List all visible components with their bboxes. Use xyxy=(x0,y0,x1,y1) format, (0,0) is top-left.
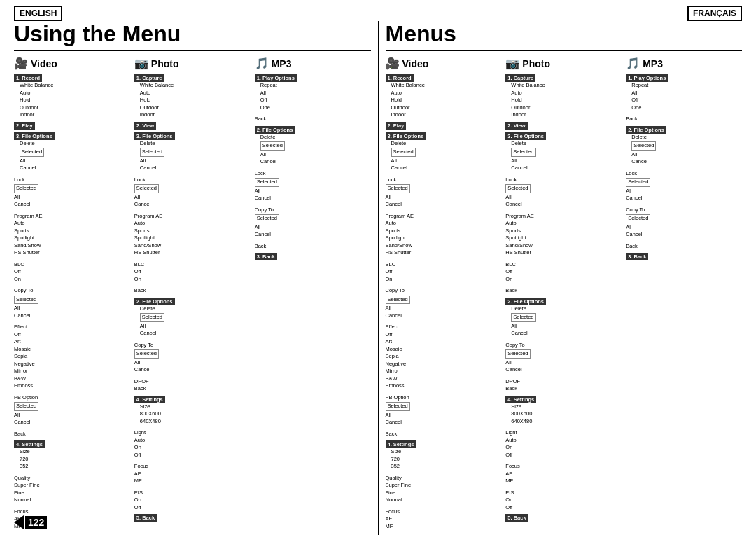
top-bar: ENGLISH FRANÇAIS xyxy=(14,8,742,18)
right-photo-lock-section: Lock Selected All Cancel xyxy=(505,176,622,209)
playoptions-content: Repeat All Off One xyxy=(255,82,371,111)
pboption-section: PB Option Selected All Cancel xyxy=(14,394,130,426)
right-photo-dpof: DPOFBack xyxy=(505,378,622,393)
right-programae-section: Program AE Auto Sports Spotlight Sand/Sn… xyxy=(386,213,502,257)
right-mp3-back2-section: Back xyxy=(626,243,742,251)
right-video-label: Video xyxy=(402,58,429,69)
photo-fileoptions2-btn: 2. File Options xyxy=(134,298,175,305)
capture-btn: 1. Capture xyxy=(134,74,164,82)
copyto-section: Copy To Selected All Cancel xyxy=(14,287,130,319)
playoptions-btn: 1. Play Options xyxy=(255,74,297,82)
photo-copyto-section: Copy To Selected All Cancel xyxy=(134,342,251,374)
photo-back2-btn: 5. Back xyxy=(134,514,157,522)
mp3-copyto-section: Copy To Selected All Cancel xyxy=(255,207,371,239)
right-photo-lock: Lock Selected All Cancel xyxy=(505,176,622,209)
left-video-col: 🎥 Video 1. Record White Balance Auto Hol… xyxy=(14,57,130,535)
right-photo-back-section: Back xyxy=(505,287,622,295)
mp3-label: MP3 xyxy=(272,58,292,69)
photo-settings-btn: 4. Settings xyxy=(134,396,165,403)
right-photo-settings-content: Size 800X600 640X480 xyxy=(505,403,622,426)
right-fileoptions-content: Delete Selected All Cancel xyxy=(386,140,502,172)
right-mp3-lock: Lock Selected All Cancel xyxy=(626,170,742,202)
left-photo-capture: 1. Capture White Balance Auto Hold Outdo… xyxy=(134,74,251,119)
right-mp3-fileoptions-btn: 2. File Options xyxy=(626,126,666,134)
right-photo-fileoptions: 3. File Options Delete Selected All Canc… xyxy=(505,132,622,172)
left-title: Using the Menu xyxy=(14,21,371,51)
right-video-col: 🎥 Video 1. Record White Balance Auto Hol… xyxy=(386,57,502,535)
right-mp3-lock-section: Lock Selected All Cancel xyxy=(626,170,742,202)
fileoptions-btn: 3. File Options xyxy=(14,132,55,140)
right-mp3-playoptions: 1. Play Options Repeat All Off One xyxy=(626,74,742,111)
right-blc-section: BLC Off On xyxy=(386,261,502,284)
left-half: Using the Menu 🎥 Video 1. Record White B… xyxy=(14,21,378,535)
right-video-pboption: PB Option Selected All Cancel xyxy=(386,394,502,426)
right-capture-options: White Balance Auto Hold Outdoor Indoor xyxy=(505,82,622,119)
left-photo-header: 📷 Photo xyxy=(134,57,251,70)
right-photo-header: 📷 Photo xyxy=(505,57,622,70)
right-photo-light: Light Auto On Off xyxy=(505,429,622,459)
right-photo-fileoptions2: 2. File Options Delete Selected All Canc… xyxy=(505,298,622,338)
programae-section: Program AE Auto Sports Spotlight Sand/Sn… xyxy=(14,213,130,257)
right-playoptions-content: Repeat All Off One xyxy=(626,82,742,111)
fileoptions-content: Delete Selected All Cancel xyxy=(14,140,130,172)
left-photo-col: 📷 Photo 1. Capture White Balance Auto Ho… xyxy=(134,57,251,535)
left-video-back: Back xyxy=(14,431,130,438)
right-photo-view: 2. View xyxy=(505,122,622,130)
right-photo-fileoptions2-btn: 2. File Options xyxy=(505,298,546,305)
photo-light-section: Light Auto On Off xyxy=(134,429,251,459)
left-video-fileoptions: 3. File Options Delete Selected All Canc… xyxy=(14,132,130,172)
right-view-btn: 2. View xyxy=(505,122,527,130)
right-photo-back: Back xyxy=(505,287,622,295)
left-video-blc: BLC Off On xyxy=(14,261,130,284)
right-section-header: FRANÇAIS xyxy=(687,8,742,18)
left-section-header: ENGLISH xyxy=(14,8,62,18)
left-mp3-copyto: Copy To Selected All Cancel xyxy=(255,207,371,239)
left-photo-dpof: DPOFBack xyxy=(134,378,251,393)
right-play-btn: 2. Play xyxy=(386,122,407,130)
right-photo-settings: 4. Settings Size 800X600 640X480 xyxy=(505,396,622,426)
right-photo-delete-section: Delete Selected All Cancel xyxy=(505,305,622,338)
right-photo-focus-section: Focus AF MF xyxy=(505,463,622,485)
left-photo-fileoptions2: 2. File Options Delete Selected All Canc… xyxy=(134,298,251,338)
photo-settings-content: Size 800X600 640X480 xyxy=(134,403,251,426)
right-photo-light-section: Light Auto On Off xyxy=(505,429,622,459)
effect-section: Effect Off Art Mosaic Sepia Negative Mir… xyxy=(14,324,130,390)
right-photo-fileoptions-content: Delete Selected All Cancel xyxy=(505,140,622,172)
left-photo-eis: EIS On Off xyxy=(134,489,251,512)
left-mp3-lock: Lock Selected All Cancel xyxy=(255,170,371,202)
right-photo-capture: 1. Capture White Balance Auto Hold Outdo… xyxy=(505,74,622,119)
right-video-quality: Quality Super Fine Fine Normal xyxy=(386,475,502,504)
left-video-programae: Program AE Auto Sports Spotlight Sand/Sn… xyxy=(14,213,130,257)
record-options: White Balance Auto Hold Outdoor Indoor xyxy=(14,82,130,119)
right-columns: 🎥 Video 1. Record White Balance Auto Hol… xyxy=(386,57,743,535)
right-photo-eis: EIS On Off xyxy=(505,489,622,512)
right-photo-back2-btn: 5. Back xyxy=(505,514,528,522)
left-video-pboption: PB Option Selected All Cancel xyxy=(14,394,130,426)
right-photo-blc-section: BLC Off On xyxy=(505,261,622,284)
mp3-lock-section: Lock Selected All Cancel xyxy=(255,170,371,202)
francais-badge: FRANÇAIS xyxy=(687,6,742,21)
left-mp3-fileoptions: 2. File Options Delete Selected All Canc… xyxy=(255,126,371,166)
mp3-back2-section: Back xyxy=(255,243,371,251)
left-photo-back: Back xyxy=(134,287,251,295)
left-video-quality: Quality Super Fine Fine Normal xyxy=(14,475,130,504)
right-photo-back2: 5. Back xyxy=(505,514,622,522)
right-video-record: 1. Record White Balance Auto Hold Outdoo… xyxy=(386,74,502,119)
right-photo-copyto-section: Copy To Selected All Cancel xyxy=(505,342,622,374)
quality-section: Quality Super Fine Fine Normal xyxy=(14,475,130,504)
right-mp3-copyto-section: Copy To Selected All Cancel xyxy=(626,207,742,239)
photo-blc-section: BLC Off On xyxy=(134,261,251,284)
lock-section: Lock Selected All Cancel xyxy=(14,176,130,209)
right-mp3-back: Back xyxy=(626,116,742,123)
capture-options: White Balance Auto Hold Outdoor Indoor xyxy=(134,82,251,119)
left-photo-view: 2. View xyxy=(134,122,251,130)
right-title: Menus xyxy=(386,21,743,51)
right-back-section: Back xyxy=(386,431,502,438)
mp3-fileoptions-btn: 2. File Options xyxy=(255,126,295,134)
video-label: Video xyxy=(31,58,57,69)
right-settings-btn: 4. Settings xyxy=(386,440,416,448)
photo-fileoptions-btn: 3. File Options xyxy=(134,132,175,140)
left-photo-settings: 4. Settings Size 800X600 640X480 xyxy=(134,396,251,426)
right-pboption-section: PB Option Selected All Cancel xyxy=(386,394,502,426)
right-mp3-icon: 🎵 xyxy=(626,57,640,70)
